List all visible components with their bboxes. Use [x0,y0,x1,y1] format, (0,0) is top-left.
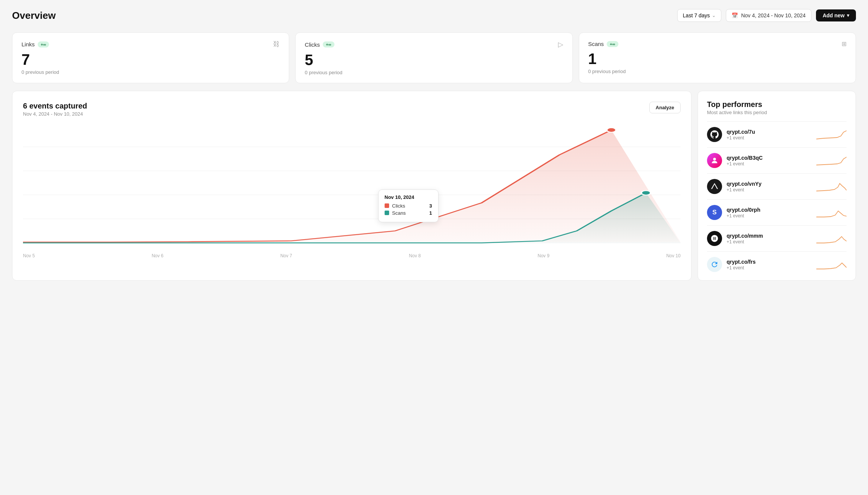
stat-card-scans: Scans +∞ ⊞ 1 0 previous period [579,32,856,83]
stat-label-row: Clicks +∞ [305,41,334,48]
performer-info: qrypt.co/0rph +1 event [727,207,812,218]
chart-area: Nov 10, 2024 Clicks 3 Scans 1 [23,123,681,251]
performers-subtitle: Most active links this period [707,110,847,115]
stat-badge: +∞ [38,41,49,47]
svg-point-6 [641,191,651,195]
x-label-3: Nov 8 [409,253,421,258]
avatar [707,179,722,194]
avatar [707,231,722,246]
performer-url: qrypt.co/frs [727,259,812,265]
performer-info: qrypt.co/vnYy +1 event [727,181,812,192]
period-label: Last 7 days [683,12,710,18]
calendar-icon: 📅 [732,12,738,18]
performer-sparkline [816,154,847,167]
chart-subtitle: Nov 4, 2024 - Nov 10, 2024 [23,111,87,117]
stat-card-header: Clicks +∞ ▷ [305,40,563,49]
stat-prev: 0 previous period [21,69,280,75]
performer-event: +1 event [727,265,812,270]
svg-point-7 [713,158,716,160]
stat-prev: 0 previous period [305,70,563,75]
chevron-down-icon: ▾ [847,13,849,18]
avatar: S [707,205,722,220]
chart-header: 6 events captured Nov 4, 2024 - Nov 10, … [23,102,681,117]
performer-item[interactable]: qrypt.co/B3qC +1 event [707,147,847,173]
period-selector[interactable]: Last 7 days ⌄ [677,9,722,22]
date-range-display: 📅 Nov 4, 2024 - Nov 10, 2024 [726,9,811,22]
qr-icon: ⊞ [842,40,847,47]
stat-badge: +∞ [607,41,618,47]
x-label-0: Nov 5 [23,253,35,258]
chart-card: 6 events captured Nov 4, 2024 - Nov 10, … [12,91,692,281]
stat-card-links: Links +∞ ⛓ 7 0 previous period [12,32,289,83]
add-new-label: Add new [823,12,845,18]
performer-item[interactable]: S qrypt.co/0rph +1 event [707,199,847,225]
stat-card-header: Links +∞ ⛓ [21,40,280,48]
performer-event: +1 event [727,161,812,167]
avatar [707,127,722,142]
chevron-down-icon: ⌄ [712,13,716,18]
stat-label: Scans [588,41,604,47]
performer-url: qrypt.co/mmm [727,233,812,239]
avatar [707,257,722,272]
x-label-4: Nov 9 [538,253,549,258]
page-header: Overview Last 7 days ⌄ 📅 Nov 4, 2024 - N… [12,9,856,22]
stat-prev: 0 previous period [588,69,847,74]
performer-event: +1 event [727,239,812,244]
stat-label-row: Scans +∞ [588,41,618,47]
performer-sparkline [816,232,847,245]
performer-info: qrypt.co/7u +1 event [727,129,812,141]
stat-label-row: Links +∞ [21,41,49,47]
stat-cards: Links +∞ ⛓ 7 0 previous period Clicks +∞… [12,32,856,83]
performer-item[interactable]: qrypt.co/mmm +1 event [707,225,847,251]
x-label-5: Nov 10 [666,253,681,258]
analyze-button[interactable]: Analyze [649,102,681,113]
date-range-text: Nov 4, 2024 - Nov 10, 2024 [741,12,805,18]
performer-item[interactable]: qrypt.co/7u +1 event [707,121,847,147]
performer-sparkline [816,128,847,141]
performer-sparkline [816,206,847,219]
performers-card: Top performers Most active links this pe… [698,91,856,281]
performer-item[interactable]: qrypt.co/vnYy +1 event [707,173,847,199]
x-axis-labels: Nov 5 Nov 6 Nov 7 Nov 8 Nov 9 Nov 10 [23,251,681,258]
add-new-button[interactable]: Add new ▾ [816,9,856,21]
stat-value: 7 [21,51,280,68]
stat-label: Links [21,41,35,47]
cursor-icon: ▷ [558,40,563,49]
x-label-2: Nov 7 [280,253,292,258]
performer-sparkline [816,180,847,193]
stat-value: 1 [588,50,847,67]
performer-info: qrypt.co/B3qC +1 event [727,155,812,167]
performer-url: qrypt.co/7u [727,129,812,135]
performer-event: +1 event [727,213,812,218]
chart-title: 6 events captured [23,102,87,110]
stat-badge: +∞ [323,41,334,47]
performer-item[interactable]: qrypt.co/frs +1 event [707,251,847,277]
performers-title: Top performers [707,100,847,109]
main-content: 6 events captured Nov 4, 2024 - Nov 10, … [12,91,856,281]
performer-event: +1 event [727,187,812,192]
performer-info: qrypt.co/mmm +1 event [727,233,812,244]
performer-url: qrypt.co/B3qC [727,155,812,161]
avatar [707,153,722,168]
performer-url: qrypt.co/0rph [727,207,812,213]
performer-info: qrypt.co/frs +1 event [727,259,812,270]
header-controls: Last 7 days ⌄ 📅 Nov 4, 2024 - Nov 10, 20… [677,9,856,22]
svg-point-5 [607,128,616,132]
stat-value: 5 [305,52,563,68]
performer-url: qrypt.co/vnYy [727,181,812,187]
performer-sparkline [816,258,847,271]
chart-svg [23,123,681,251]
stat-label: Clicks [305,41,320,48]
page-title: Overview [12,10,56,21]
x-label-1: Nov 6 [152,253,163,258]
stat-card-header: Scans +∞ ⊞ [588,40,847,47]
stat-card-clicks: Clicks +∞ ▷ 5 0 previous period [295,32,572,83]
performer-event: +1 event [727,135,812,141]
link-icon: ⛓ [273,40,280,48]
